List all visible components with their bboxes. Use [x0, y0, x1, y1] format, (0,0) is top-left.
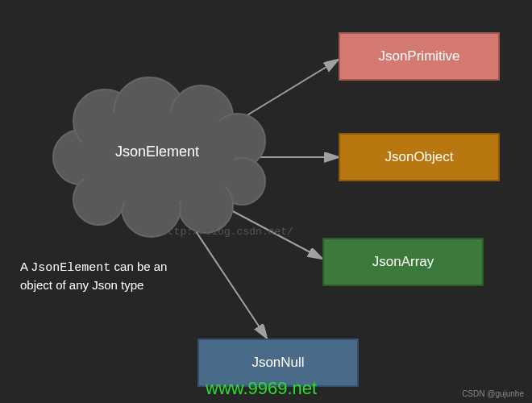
box-label: JsonNull [251, 355, 304, 371]
svg-line-3 [189, 222, 266, 337]
box-label: JsonArray [372, 254, 434, 270]
json-object-node: JsonObject [339, 133, 500, 181]
svg-line-0 [238, 60, 337, 121]
credit-text: CSDN @gujunhe [462, 389, 524, 398]
box-label: JsonObject [384, 149, 453, 165]
watermark-csdn: http://blog.csdn.net/ [161, 226, 293, 238]
watermark-site: www.9969.net [206, 378, 317, 399]
json-element-label: JsonElement [64, 143, 250, 160]
box-label: JsonPrimitive [378, 48, 459, 64]
json-array-node: JsonArray [322, 238, 484, 286]
json-primitive-node: JsonPrimitive [339, 32, 500, 81]
diagram-caption: A JsonElement can be an object of any Js… [20, 258, 181, 293]
json-element-node: JsonElement [64, 97, 250, 218]
